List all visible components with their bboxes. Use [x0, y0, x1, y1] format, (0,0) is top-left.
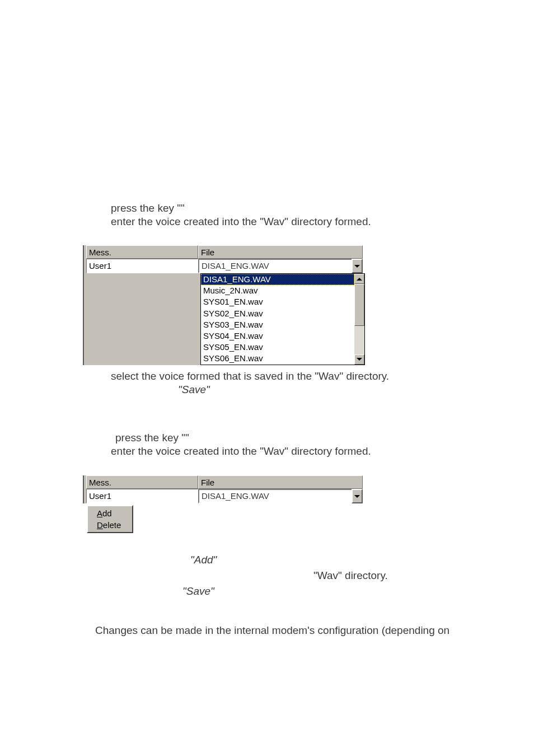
chevron-down-icon [357, 358, 362, 361]
menu-del-rest: elete [103, 520, 121, 530]
file-combobox-2[interactable]: DISA1_ENG.WAV [198, 489, 363, 503]
menu-del-accel: D [97, 520, 103, 530]
cell-mess-user1-2[interactable]: User1 [86, 489, 198, 503]
scroll-up-button[interactable] [354, 274, 364, 284]
screenshot-1: Mess. File User1 DISA1_ENG.WAV DISA1_ENG… [83, 245, 363, 365]
context-menu[interactable]: Add Delete [87, 505, 133, 533]
list-item[interactable]: SYS06_EN.wav [201, 353, 354, 364]
menu-item-add[interactable]: Add [89, 507, 131, 519]
list-item[interactable]: SYS03_EN.wav [201, 319, 354, 330]
enter-voice-text-1: enter the voice created into the "Wav" d… [111, 216, 371, 227]
instruction-block-3b: enter the voice created into the "Wav" d… [111, 445, 503, 458]
file-dropdown-list[interactable]: DISA1_ENG.WAV Music_2N.wav SYS01_EN.wav … [200, 273, 365, 365]
list-item[interactable]: SYS04_EN.wav [201, 330, 354, 342]
save-quoted-1: "Save" [111, 383, 210, 396]
list-item[interactable]: SYS01_EN.wav [201, 296, 354, 307]
save-quoted-2: "Save" [182, 585, 214, 598]
instruction-block-3a: press the key "" [115, 431, 507, 445]
list-item[interactable]: SYS05_EN.wav [201, 342, 354, 353]
list-item[interactable]: DISA1_ENG.WAV [201, 274, 354, 285]
chevron-up-icon [357, 278, 362, 281]
menu-item-delete[interactable]: Delete [89, 519, 131, 531]
press-key-text-2a: press the key " [115, 432, 185, 444]
scroll-track[interactable] [354, 284, 364, 354]
file-combobox[interactable]: DISA1_ENG.WAV [198, 259, 363, 273]
wav-directory-text: "Wav" directory. [313, 569, 388, 582]
menu-add-rest: dd [102, 508, 112, 518]
col-header-mess[interactable]: Mess. [86, 245, 198, 259]
chevron-down-icon [354, 495, 360, 498]
scroll-thumb[interactable] [354, 284, 364, 326]
enter-voice-text-2: enter the voice created into the "Wav" d… [111, 445, 371, 457]
screenshot-2: Mess. File User1 DISA1_ENG.WAV [83, 475, 363, 503]
press-key-text-2b: " [185, 432, 189, 444]
dropdown-scrollbar[interactable] [354, 274, 364, 365]
instruction-block-2: select the voice formed that is saved in… [111, 370, 503, 396]
select-voice-text: select the voice formed that is saved in… [111, 370, 389, 382]
col-header-mess-2[interactable]: Mess. [86, 475, 198, 489]
col-header-file-2[interactable]: File [198, 475, 363, 489]
add-quoted: "Add" [190, 553, 217, 567]
menu-add-accel: A [97, 508, 102, 518]
list-item[interactable]: SYS02_EN.wav [201, 308, 354, 319]
file-combobox-value[interactable]: DISA1_ENG.WAV [198, 259, 352, 273]
file-combobox-button[interactable] [352, 259, 363, 273]
press-key-text-1a: press the key " [111, 202, 181, 214]
chevron-down-icon [354, 265, 360, 268]
press-key-text-1b: " [181, 202, 185, 214]
file-combobox-value-2[interactable]: DISA1_ENG.WAV [198, 489, 352, 503]
file-combobox-button-2[interactable] [352, 489, 363, 503]
list-item[interactable]: Music_2N.wav [201, 285, 354, 296]
col-header-file[interactable]: File [198, 245, 363, 259]
scroll-down-button[interactable] [354, 354, 364, 365]
instruction-block-1: press the key "" enter the voice created… [111, 202, 503, 228]
closing-paragraph: Changes can be made in the internal mode… [95, 624, 509, 637]
cell-mess-user1[interactable]: User1 [86, 259, 198, 273]
